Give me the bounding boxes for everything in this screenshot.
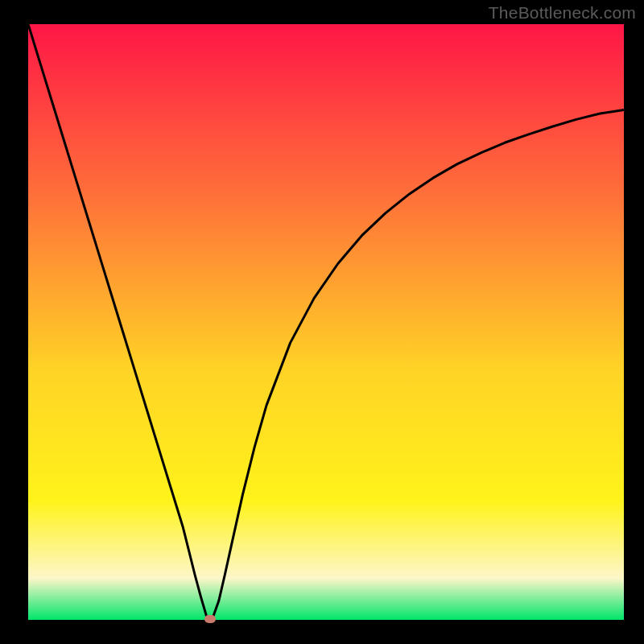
watermark-text: TheBottleneck.com: [489, 3, 636, 23]
plot-area: [28, 24, 624, 620]
chart-container: TheBottleneck.com: [0, 0, 644, 644]
optimal-point-marker: [204, 615, 216, 623]
gradient-background: [28, 24, 624, 620]
plot-svg: [28, 24, 624, 620]
